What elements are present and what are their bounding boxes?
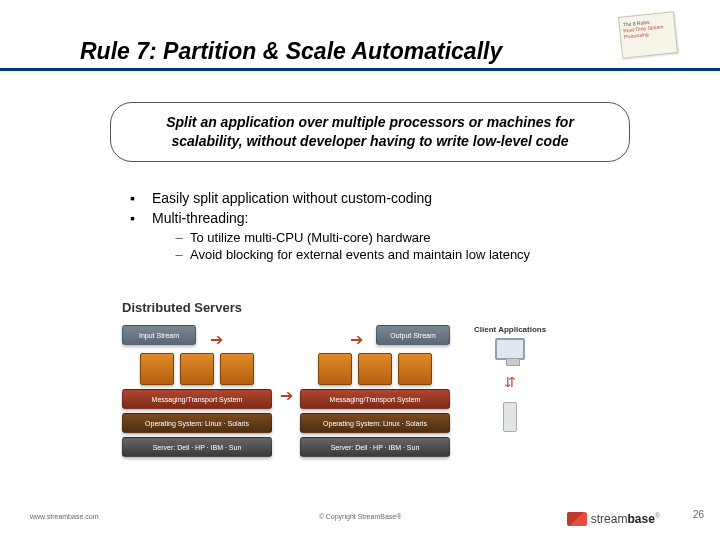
architecture-diagram: Distributed Servers Input Stream ➔ Messa… bbox=[122, 300, 602, 461]
os-bar: Operating System: Linux · Solaris bbox=[122, 413, 272, 433]
bullet-2: ▪ Multi-threading: bbox=[130, 210, 660, 226]
tower-icon bbox=[503, 402, 517, 432]
monitor-icon bbox=[495, 338, 525, 360]
footer-url: www.streambase.com bbox=[30, 513, 98, 520]
logo-text: streambase® bbox=[591, 512, 660, 526]
app-box-icon bbox=[318, 353, 352, 385]
input-stream-label: Input Stream bbox=[122, 325, 196, 345]
app-box-icon bbox=[220, 353, 254, 385]
bullet-1: ▪ Easily split application without custo… bbox=[130, 190, 660, 206]
client-applications: Client Applications ⇵ bbox=[474, 325, 546, 432]
dash-icon: – bbox=[168, 230, 190, 245]
subbullet-1: – To utilize multi-CPU (Multi-core) hard… bbox=[168, 230, 660, 245]
output-stream-label: Output Stream bbox=[376, 325, 450, 345]
right-server-stack: ➔ Output Stream Messaging/Transport Syst… bbox=[300, 325, 450, 461]
messaging-bar: Messaging/Transport System bbox=[300, 389, 450, 409]
brand-part-a: stream bbox=[591, 512, 628, 526]
server-bar: Server: Dell · HP · IBM · Sun bbox=[300, 437, 450, 457]
diagram-title: Distributed Servers bbox=[122, 300, 602, 315]
logo-mark-icon bbox=[567, 512, 587, 526]
bullet-mark-icon: ▪ bbox=[130, 190, 152, 206]
brand-part-b: base bbox=[627, 512, 654, 526]
dash-icon: – bbox=[168, 247, 190, 262]
footer-copyright: © Copyright StreamBase® bbox=[319, 513, 402, 520]
bullet-mark-icon: ▪ bbox=[130, 210, 152, 226]
slide-title: Rule 7: Partition & Scale Automatically bbox=[80, 38, 680, 65]
app-box-icon bbox=[140, 353, 174, 385]
app-box-icon bbox=[180, 353, 214, 385]
app-boxes bbox=[300, 353, 450, 385]
messaging-bar: Messaging/Transport System bbox=[122, 389, 272, 409]
bullet-list: ▪ Easily split application without custo… bbox=[130, 190, 660, 262]
bullet-2-text: Multi-threading: bbox=[152, 210, 249, 226]
server-bar: Server: Dell · HP · IBM · Sun bbox=[122, 437, 272, 457]
app-boxes bbox=[122, 353, 272, 385]
subbullet-1-text: To utilize multi-CPU (Multi-core) hardwa… bbox=[190, 230, 431, 245]
title-underline bbox=[0, 68, 720, 71]
client-label: Client Applications bbox=[474, 325, 546, 334]
subbullet-2-text: Avoid blocking for external events and m… bbox=[190, 247, 530, 262]
left-server-stack: Input Stream ➔ Messaging/Transport Syste… bbox=[122, 325, 272, 461]
app-box-icon bbox=[358, 353, 392, 385]
page-number: 26 bbox=[693, 509, 704, 520]
os-bar: Operating System: Linux · Solaris bbox=[300, 413, 450, 433]
bullet-1-text: Easily split application without custom-… bbox=[152, 190, 432, 206]
arrow-right-icon: ➔ bbox=[202, 326, 230, 349]
app-box-icon bbox=[398, 353, 432, 385]
arrow-right-icon: ➔ bbox=[342, 326, 370, 349]
registered-icon: ® bbox=[655, 512, 660, 519]
arrow-right-icon: ➔ bbox=[272, 382, 300, 405]
arrow-down-icon: ⇵ bbox=[496, 370, 524, 390]
brand-logo: streambase® bbox=[567, 512, 660, 526]
summary-callout: Split an application over multiple proce… bbox=[110, 102, 630, 162]
subbullet-2: – Avoid blocking for external events and… bbox=[168, 247, 660, 262]
